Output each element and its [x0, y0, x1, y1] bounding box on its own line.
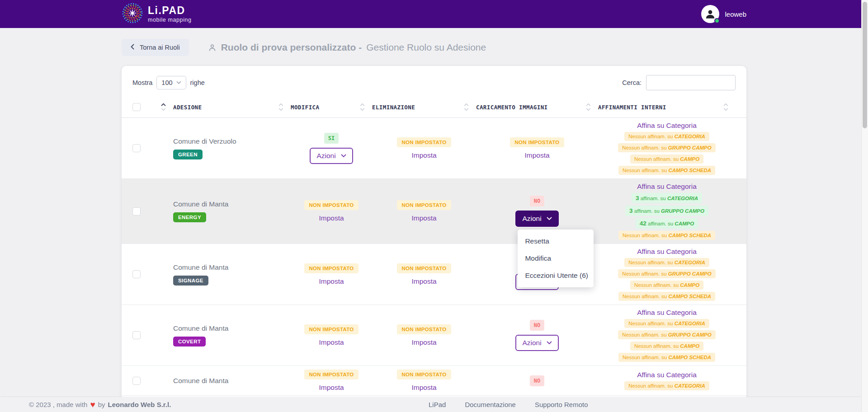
footer: © 2023 , made with ♥ by Leonardo Web S.r…: [0, 397, 868, 412]
select-all-checkbox[interactable]: [132, 103, 141, 111]
column-header-caricamento-immagini[interactable]: CARICAMENTO IMMAGINI: [476, 103, 598, 111]
adesione-name: Comune di Manta: [173, 200, 228, 208]
imposta-link[interactable]: Imposta: [524, 151, 549, 159]
row-checkbox[interactable]: [132, 270, 141, 278]
table-body: Comune di Verzuolo GREEN SIAzioni NON IM…: [132, 118, 736, 396]
azioni-button[interactable]: Azioni: [515, 335, 558, 351]
footer-links: LiPad Documentazione Supporto Remoto: [429, 401, 588, 408]
username: leoweb: [725, 10, 746, 18]
search-input[interactable]: [646, 75, 736, 90]
footer-link-lipad[interactable]: LiPad: [429, 401, 446, 408]
status-badge-non-impostato: NON IMPOSTATO: [304, 370, 358, 379]
scrollbar-thumb[interactable]: [863, 2, 867, 128]
affinamento-text: affinam. su: [633, 208, 661, 214]
affinamento-text: Nessun affinam. su: [623, 294, 668, 299]
column-header-adesione[interactable]: ADESIONE: [173, 103, 291, 111]
imposta-link[interactable]: Imposta: [411, 151, 436, 159]
row-checkbox[interactable]: [132, 331, 141, 339]
imposta-link[interactable]: Imposta: [319, 214, 344, 222]
affina-categoria-link[interactable]: Affina su Categoria: [637, 309, 697, 317]
caricamento-cell: NOAzioniResettaModificaEccezioni Utente …: [476, 196, 598, 227]
footer-link-supporto-remoto[interactable]: Supporto Remoto: [535, 401, 588, 408]
back-to-roles-button[interactable]: Torna ai Ruoli: [122, 39, 189, 56]
affinamento-target: GRUPPO CAMPO: [668, 271, 712, 276]
adesione-tag-badge: GREEN: [173, 150, 203, 159]
status-badge-non-impostato: NON IMPOSTATO: [397, 370, 451, 379]
page-size-select[interactable]: 100: [156, 76, 186, 89]
adesione-cell: Comune di Verzuolo GREEN: [173, 137, 291, 159]
table-row: Comune di Manta ENERGY NON IMPOSTATOImpo…: [122, 179, 746, 244]
sort-asc-icon: [723, 103, 728, 106]
imposta-link[interactable]: Imposta: [411, 338, 436, 346]
sort-icons[interactable]: [360, 103, 365, 111]
imposta-link[interactable]: Imposta: [411, 214, 436, 222]
affinamenti-cell: Affina su Categoria Nessun affinam. su C…: [598, 248, 736, 301]
azioni-button[interactable]: Azioni: [310, 148, 353, 164]
footer-link-documentazione[interactable]: Documentazione: [465, 401, 516, 408]
imposta-link[interactable]: Imposta: [411, 384, 436, 392]
actions-group: NO: [530, 375, 544, 386]
adesione-name: Comune di Verzuolo: [173, 137, 236, 145]
table-header: ADESIONE MODIFICA ELIMINAZIONE CARICAMEN…: [122, 98, 746, 118]
table-row: Comune di Manta COVERT NON IMPOSTATOImpo…: [122, 305, 746, 366]
page-scrollbar[interactable]: [861, 0, 868, 412]
affinamento-target: CATEGORIA: [667, 196, 698, 201]
affina-categoria-link[interactable]: Affina su Categoria: [637, 183, 697, 191]
affinamento-text: Nessun affinam. su: [622, 145, 668, 150]
column-header-affinamenti-interni[interactable]: AFFINAMENTI INTERNI: [598, 103, 736, 111]
select-all-cell: [132, 103, 151, 111]
affinamento-count: 42: [640, 220, 646, 227]
user-menu[interactable]: leoweb: [701, 5, 746, 23]
affinamento-badge: Nessun affinam. su CAMPO SCHEDA: [618, 166, 715, 175]
sort-column[interactable]: [151, 103, 173, 111]
row-checkbox[interactable]: [132, 377, 141, 385]
modifica-cell: NON IMPOSTATOImposta: [291, 324, 372, 346]
sort-icons[interactable]: [278, 103, 283, 111]
dropdown-item[interactable]: Resetta: [518, 233, 594, 250]
dropdown-item[interactable]: Eccezioni Utente (6): [518, 267, 594, 284]
affinamento-target: CATEGORIA: [675, 383, 705, 389]
imposta-link[interactable]: Imposta: [411, 277, 436, 286]
adesione-cell: Comune di Manta ENERGY: [173, 200, 291, 222]
sort-desc-icon: [464, 108, 469, 111]
affinamenti-cell: Affina su Categoria Nessun affinam. su C…: [598, 309, 736, 362]
column-header-modifica[interactable]: MODIFICA: [291, 103, 372, 111]
modifica-cell: NON IMPOSTATOImposta: [291, 200, 372, 222]
column-header-eliminazione[interactable]: ELIMINAZIONE: [372, 103, 476, 111]
affinamento-badge: 3 affinam. su CATEGORIA: [632, 193, 702, 203]
sort-icons[interactable]: [586, 103, 591, 111]
sort-icons[interactable]: [161, 103, 166, 111]
sort-icons[interactable]: [464, 103, 469, 111]
affinamento-badge: 42 affinam. su CAMPO: [636, 218, 698, 229]
adesione-name: Comune di Manta: [173, 377, 228, 385]
chevron-down-icon: [547, 217, 552, 220]
chevron-left-icon: [131, 44, 134, 51]
affinamento-badge: Nessun affinam. su CATEGORIA: [624, 381, 709, 390]
page-title-section: Gestione Ruolo su Adesione: [366, 42, 486, 53]
affina-categoria-link[interactable]: Affina su Categoria: [637, 122, 697, 130]
affinamenti-badges: Nessun affinam. su CATEGORIANessun affin…: [618, 258, 715, 301]
affinamento-badge: Nessun affinam. su GRUPPO CAMPO: [618, 330, 715, 339]
table-row: Comune di Manta SIGNAGE NON IMPOSTATOImp…: [122, 244, 746, 305]
lipad-logo[interactable]: Li.PAD mobile mapping: [122, 2, 192, 26]
sort-asc-icon: [586, 103, 591, 106]
azioni-button[interactable]: Azioni: [515, 211, 558, 227]
affinamento-text: affinam. su: [646, 221, 675, 226]
chevron-down-icon: [547, 341, 552, 345]
online-status-dot: [714, 18, 720, 23]
affina-categoria-link[interactable]: Affina su Categoria: [637, 248, 697, 256]
affinamento-badge: 3 affinam. su GRUPPO CAMPO: [625, 206, 708, 216]
sort-icons[interactable]: [723, 103, 728, 111]
imposta-link[interactable]: Imposta: [319, 384, 344, 392]
imposta-link[interactable]: Imposta: [319, 338, 344, 346]
affinamento-text: affinam. su: [639, 196, 667, 201]
dropdown-item[interactable]: Modifica: [518, 250, 594, 267]
row-checkbox[interactable]: [132, 144, 141, 152]
table-row: Comune di Verzuolo GREEN SIAzioni NON IM…: [122, 118, 746, 179]
affinamento-target: CATEGORIA: [675, 260, 705, 265]
affinamento-target: CAMPO SCHEDA: [668, 168, 711, 173]
affina-categoria-link[interactable]: Affina su Categoria: [637, 371, 697, 379]
row-checkbox[interactable]: [132, 207, 141, 215]
imposta-link[interactable]: Imposta: [319, 277, 344, 286]
rows-label: righe: [190, 79, 205, 86]
